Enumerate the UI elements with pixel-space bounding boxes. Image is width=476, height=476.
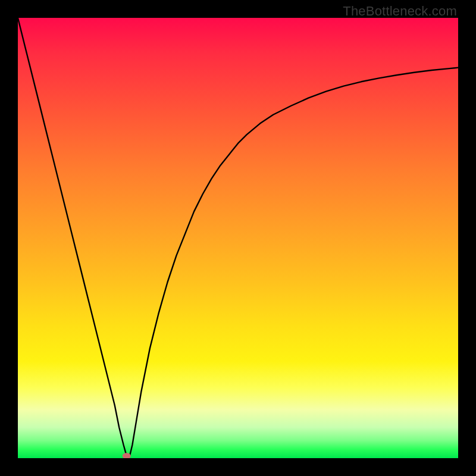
curve-layer (18, 18, 458, 458)
plot-area (18, 18, 458, 458)
watermark-text: TheBottleneck.com (343, 4, 457, 19)
bottleneck-curve (18, 18, 458, 456)
chart-frame: TheBottleneck.com (0, 0, 476, 476)
